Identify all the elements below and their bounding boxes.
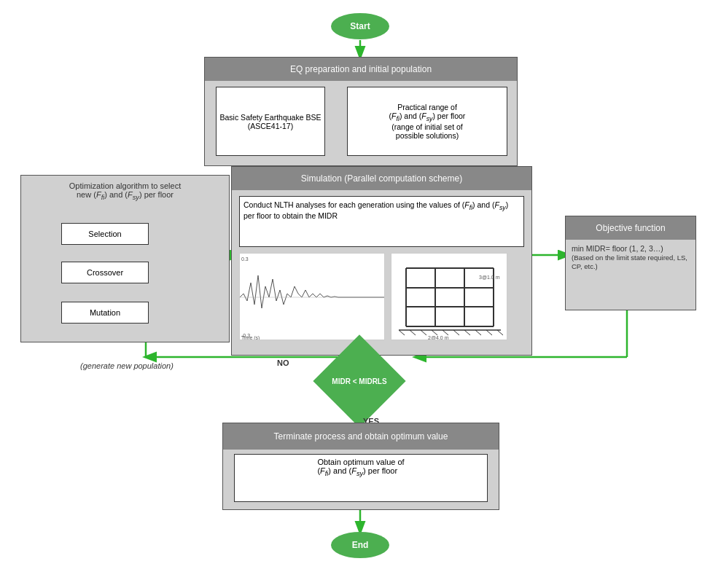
obtain-optimum-box: Obtain optimum value of(Ffi) and (Fsy) p… <box>234 454 488 502</box>
svg-line-30 <box>443 330 448 335</box>
simulation-outer: Simulation (Parallel computation scheme)… <box>231 166 532 356</box>
svg-line-29 <box>432 330 437 335</box>
simulation-header: Simulation (Parallel computation scheme) <box>232 167 531 190</box>
chart-area: Time (s) 0.3 -0.3 <box>239 253 524 348</box>
svg-line-27 <box>410 330 416 335</box>
objective-header: Objective function <box>566 216 695 240</box>
svg-line-33 <box>475 330 481 335</box>
svg-text:3@1.0 m: 3@1.0 m <box>479 275 500 280</box>
svg-line-34 <box>486 330 492 335</box>
eq-prep-outer: EQ preparation and initial population Ba… <box>204 57 518 166</box>
svg-line-35 <box>497 330 503 335</box>
end-node: End <box>331 532 389 558</box>
svg-text:2@4.0 m: 2@4.0 m <box>428 335 449 340</box>
end-label: End <box>352 540 369 550</box>
bse-box: Basic Safety Earthquake BSE (ASCE41-17) <box>216 87 325 156</box>
svg-line-26 <box>399 330 405 335</box>
flowchart: Start EQ preparation and initial populat… <box>0 0 721 588</box>
mutation-box: Mutation <box>61 302 149 324</box>
generate-new-label: (generate new population) <box>80 361 174 370</box>
structure-diagram: 2@4.0 m 3@1.0 m <box>391 253 507 340</box>
svg-text:0.3: 0.3 <box>241 256 249 262</box>
svg-line-31 <box>453 330 459 335</box>
svg-text:-0.3: -0.3 <box>241 333 250 338</box>
min-midr-text: min MIDR= floor (1, 2, 3…)(Based on the … <box>572 244 690 270</box>
terminate-header: Terminate process and obtain optimum val… <box>223 423 499 450</box>
terminate-outer: Terminate process and obtain optimum val… <box>222 423 499 510</box>
no-label: NO <box>277 358 289 367</box>
selection-box: Selection <box>61 223 149 245</box>
svg-line-28 <box>421 330 426 335</box>
opt-title: Optimization algorithm to selectnew (Ffi… <box>27 181 223 201</box>
practical-box: Practical range of(Ffi) and (Fsy) per fl… <box>347 87 507 156</box>
nlth-box: Conduct NLTH analyses for each generatio… <box>239 196 524 247</box>
objective-outer: Objective function min MIDR= floor (1, 2… <box>565 216 696 310</box>
start-label: Start <box>350 21 370 31</box>
diamond-shape <box>313 334 405 427</box>
eq-prep-header: EQ preparation and initial population <box>205 58 517 81</box>
svg-line-32 <box>464 330 470 335</box>
optimization-outer: Optimization algorithm to selectnew (Ffi… <box>20 175 230 342</box>
crossover-box: Crossover <box>61 262 149 283</box>
diamond-container: MIDR < MIDRLS <box>327 348 392 414</box>
waveform-chart: Time (s) 0.3 -0.3 <box>239 253 385 340</box>
start-node: Start <box>331 13 389 39</box>
